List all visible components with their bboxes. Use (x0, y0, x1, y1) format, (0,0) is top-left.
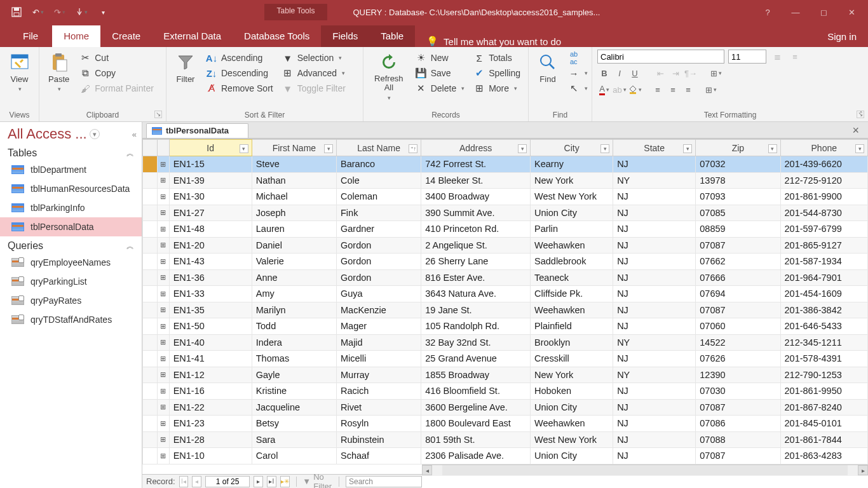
no-filter-indicator[interactable]: ▼No Filter (302, 472, 332, 489)
cell-address[interactable]: 105 Randolph Rd. (421, 318, 531, 335)
cell-last-name[interactable]: Micelli (337, 351, 421, 367)
cell-first-name[interactable]: Betsy (252, 416, 336, 432)
cell-state[interactable]: NJ (613, 254, 696, 270)
cell-city[interactable]: Union City (531, 205, 613, 221)
cell-state[interactable]: NJ (613, 318, 696, 335)
cell-address[interactable]: 26 Sherry Lane (421, 254, 531, 270)
nav-table-item[interactable]: tblPersonalData (0, 217, 142, 236)
sort-ascending-button[interactable]: A↓Ascending (203, 51, 276, 65)
nav-header[interactable]: All Access ... (8, 126, 87, 142)
cell-last-name[interactable]: Guya (337, 286, 421, 302)
cell-phone[interactable]: 212-790-1253 (780, 367, 867, 383)
number-list-icon[interactable]: ≡ (788, 50, 802, 64)
cell-id[interactable]: EN1-41 (169, 351, 252, 367)
cell-city[interactable]: Hoboken (531, 383, 613, 400)
record-selector[interactable] (143, 399, 158, 416)
cell-zip[interactable]: 07626 (696, 351, 780, 367)
cell-last-name[interactable]: Gordon (337, 269, 421, 286)
cell-first-name[interactable]: Lauren (252, 221, 336, 238)
cell-state[interactable]: NY (613, 172, 696, 189)
collapse-icon[interactable]: ︽ (126, 148, 134, 159)
record-selector[interactable] (143, 383, 158, 400)
cell-zip[interactable]: 07032 (696, 156, 780, 173)
table-row[interactable]: ⊞EN1-50ToddMager105 Randolph Rd.Plainfie… (143, 318, 868, 335)
cell-state[interactable]: NY (613, 334, 696, 351)
cell-id[interactable]: EN1-33 (169, 286, 252, 302)
nav-table-item[interactable]: tblHumanResourcesData (0, 179, 142, 198)
help-icon[interactable]: ? (755, 3, 780, 22)
delete-record-button[interactable]: ✕Delete▾ (413, 81, 467, 95)
gridlines-button[interactable]: ⊞▾ (709, 66, 723, 80)
cell-address[interactable]: 19 Jane St. (421, 302, 531, 318)
table-row[interactable]: ⊞EN1-16KristineRacich416 Bloomfield St.H… (143, 383, 868, 400)
bold-button[interactable]: B (597, 66, 611, 80)
table-row[interactable]: ⊞EN1-28SaraRubinstein801 59th St.West Ne… (143, 431, 868, 448)
tab-fields[interactable]: Fields (321, 25, 369, 47)
cell-state[interactable]: NJ (613, 431, 696, 448)
nav-query-item[interactable]: qryTDStaffAndRates (0, 310, 142, 329)
cell-phone[interactable]: 201-587-1934 (780, 254, 867, 270)
minimize-icon[interactable]: — (783, 3, 808, 22)
tab-table[interactable]: Table (369, 25, 415, 47)
cell-id[interactable]: EN1-10 (169, 448, 252, 464)
tab-file[interactable]: File (9, 25, 52, 47)
cell-id[interactable]: EN1-16 (169, 383, 252, 400)
font-color-button[interactable]: A▾ (597, 83, 611, 97)
expand-row-icon[interactable]: ⊞ (157, 221, 169, 238)
selection-button[interactable]: ▼Selection▾ (280, 51, 348, 65)
cell-city[interactable]: Saddlebrook (531, 254, 613, 270)
record-position-input[interactable] (205, 476, 250, 487)
cell-city[interactable]: Brooklyn (531, 334, 613, 351)
table-row[interactable]: ⊞EN1-40InderaMajid32 Bay 32nd St.Brookly… (143, 334, 868, 351)
cell-first-name[interactable]: Indera (252, 334, 336, 351)
maximize-icon[interactable]: ◻ (811, 3, 836, 22)
cell-last-name[interactable]: Majid (337, 334, 421, 351)
cell-last-name[interactable]: Baranco (337, 156, 421, 173)
expand-row-icon[interactable]: ⊞ (157, 351, 169, 367)
cell-state[interactable]: NY (613, 367, 696, 383)
expand-row-icon[interactable]: ⊞ (157, 318, 169, 335)
cell-city[interactable]: Weehawken (531, 237, 613, 254)
cell-first-name[interactable]: Sara (252, 431, 336, 448)
cell-zip[interactable]: 07085 (696, 205, 780, 221)
table-row[interactable]: ⊞EN1-43ValerieGordon26 Sherry LaneSaddle… (143, 254, 868, 270)
nav-query-item[interactable]: qryParkingList (0, 272, 142, 291)
table-row[interactable]: ⊞EN1-35MarilynMacKenzie19 Jane St.Weehaw… (143, 302, 868, 318)
cell-zip[interactable]: 07662 (696, 254, 780, 270)
align-center-button[interactable]: ≡ (666, 83, 680, 97)
cell-city[interactable]: Cresskill (531, 351, 613, 367)
new-record-nav-button[interactable]: ▸✳ (280, 476, 290, 487)
format-painter-button[interactable]: 🖌Format Painter (77, 81, 156, 95)
cell-first-name[interactable]: Amy (252, 286, 336, 302)
cell-state[interactable]: NJ (613, 221, 696, 238)
expand-row-icon[interactable]: ⊞ (157, 254, 169, 270)
table-row[interactable]: ⊞EN1-12GayleMurray1855 BroadwayNew YorkN… (143, 367, 868, 383)
cell-id[interactable]: EN1-22 (169, 399, 252, 416)
cell-zip[interactable]: 07086 (696, 416, 780, 432)
filter-button[interactable]: Filter (172, 50, 200, 86)
column-header-state[interactable]: State▾ (613, 140, 696, 156)
table-row[interactable]: ⊞EN1-41ThomasMicelli25 Grand AvenueCress… (143, 351, 868, 367)
expand-row-icon[interactable]: ⊞ (157, 286, 169, 302)
cell-state[interactable]: NJ (613, 416, 696, 432)
nav-collapse-icon[interactable]: « (132, 130, 137, 139)
bullet-list-icon[interactable]: ≣ (770, 50, 784, 64)
undo-icon[interactable]: ↶▾ (32, 6, 44, 18)
cell-zip[interactable]: 07087 (696, 448, 780, 464)
paste-button[interactable]: Paste▾ (44, 50, 73, 95)
cell-state[interactable]: NJ (613, 351, 696, 367)
totals-button[interactable]: ΣTotals (471, 51, 523, 65)
cell-city[interactable]: Kearny (531, 156, 613, 173)
cell-state[interactable]: NJ (613, 383, 696, 400)
document-tab[interactable]: tblPersonalData (146, 123, 248, 138)
sign-in-link[interactable]: Sign in (816, 26, 868, 47)
record-selector[interactable] (143, 448, 158, 464)
cell-city[interactable]: New York (531, 172, 613, 189)
find-button[interactable]: Find (534, 50, 562, 86)
record-selector[interactable] (143, 431, 158, 448)
filter-dropdown-icon[interactable]: ▾ (683, 144, 692, 153)
select-button[interactable]: ↖▾ (566, 81, 590, 95)
cell-address[interactable]: 3400 Broadway (421, 189, 531, 205)
advanced-filter-button[interactable]: ⊞Advanced▾ (280, 66, 348, 80)
cell-zip[interactable]: 07087 (696, 399, 780, 416)
